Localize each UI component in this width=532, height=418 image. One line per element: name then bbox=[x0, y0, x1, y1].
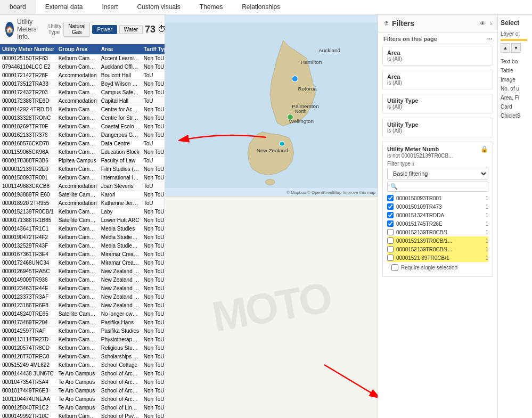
table-row[interactable]: 0000162133TR376Kelburn CampusDangerous G… bbox=[0, 131, 165, 140]
filter-item-checkbox[interactable] bbox=[387, 237, 394, 244]
table-cell: Non ToU bbox=[142, 284, 165, 293]
table-row[interactable]: 0000190472TR4F2Kelburn CampusMedia Studi… bbox=[0, 233, 165, 242]
filter-item-count: 1 bbox=[480, 255, 488, 261]
table-cell: 0000144438 3UN67C bbox=[0, 370, 56, 378]
table-cell: Te Aro Campus bbox=[56, 404, 99, 412]
table-row[interactable]: 0000172142TR28FAccommodationBoulcott Hal… bbox=[0, 71, 165, 80]
filter-eye-icon[interactable]: 👁 bbox=[480, 20, 486, 27]
select-item[interactable]: Area, Fi bbox=[501, 93, 529, 102]
table-cell: 0001047354TR5A4 bbox=[0, 378, 56, 387]
table-row[interactable]: 0000120574TR8CDKelburn CampusReligious S… bbox=[0, 344, 165, 353]
table-row[interactable]: 0000113114TR27DKelburn CampusPhysiothera… bbox=[0, 335, 165, 344]
select-item[interactable]: Card bbox=[501, 102, 529, 111]
table-cell: Scholarships Faculty of Gradu... bbox=[99, 353, 142, 361]
table-row[interactable]: 0000123373TR3AFKelburn CampusNew Zealand… bbox=[0, 293, 165, 301]
table-row[interactable]: 0000128770TREC0Kelburn CampusScholarship… bbox=[0, 353, 165, 361]
filter-type-select[interactable]: Basic filtering Advanced filtering bbox=[387, 168, 488, 179]
filter-item-checkbox[interactable] bbox=[387, 246, 394, 252]
filters-more-icon[interactable]: ··· bbox=[487, 36, 492, 42]
table-row[interactable]: 1001149683CKCB8AccommodationJoan Stevens… bbox=[0, 182, 165, 191]
table-row[interactable]: 0000126945TRABCKelburn CampusNew Zealand… bbox=[0, 267, 165, 276]
table-row[interactable]: 0000172432TR203Kelburn CampusCampus Safe… bbox=[0, 88, 165, 97]
power-button[interactable]: Power bbox=[92, 25, 117, 34]
table-row[interactable]: 000515249 4ML622Kelburn CampusSchool Cot… bbox=[0, 361, 165, 370]
filter-item[interactable]: 0000150093TR0011 bbox=[387, 194, 488, 202]
water-button[interactable]: Water bbox=[119, 25, 143, 34]
table-row[interactable]: 0000193889TR E60Satellite CampusKaroriNo… bbox=[0, 191, 165, 199]
filter-item-checkbox[interactable] bbox=[387, 203, 394, 210]
table-cell: Film Studies (BSFT) bbox=[99, 165, 142, 174]
table-row[interactable]: 0000173512TRA33Kelburn CampusBoyd Wilson… bbox=[0, 80, 165, 88]
utility-type-section: Utility Type Natural Gas Power Water 73 … bbox=[48, 22, 165, 37]
table-row[interactable]: 0000172386TRE6DAccommodationCapital Hall… bbox=[0, 97, 165, 105]
select-item[interactable]: Text bo bbox=[501, 57, 529, 66]
filter-search-input[interactable] bbox=[399, 184, 485, 190]
table-row[interactable]: 0000149009TR936Kelburn CampusNew Zealand… bbox=[0, 276, 165, 284]
filter-item[interactable]: 0000150109TR4731 bbox=[387, 202, 488, 211]
filter-item[interactable]: 0000152139TR0CB/11 bbox=[387, 228, 488, 236]
filter-item-count: 1 bbox=[480, 238, 488, 244]
table-row[interactable]: 0001017449TR6E3Te Aro CampusSchool of Ar… bbox=[0, 387, 165, 395]
filter-item-label: 0000152139TR0CB/1 bbox=[396, 230, 480, 235]
filter-item[interactable]: 0000152139TR0CB/1...1 bbox=[387, 245, 488, 253]
table-row[interactable]: 0001047354TR5A4Te Aro CampusSchool of Ar… bbox=[0, 378, 165, 387]
nav-down-button[interactable]: ▼ bbox=[511, 43, 521, 53]
table-row[interactable]: 0000125040TR1C2Te Aro CampusSchool of Li… bbox=[0, 404, 165, 412]
natural-gas-button[interactable]: Natural Gas bbox=[63, 22, 90, 37]
table-row[interactable]: 1001104474UNEAATe Aro CampusSchool of Ar… bbox=[0, 395, 165, 404]
table-row[interactable]: 0000123186TR6E8Kelburn CampusNew Zealand… bbox=[0, 301, 165, 310]
table-cell: Kelburn Campus bbox=[56, 122, 99, 131]
table-row[interactable]: 0000171386TR1B85Satellite CampusLower Hu… bbox=[0, 216, 165, 225]
table-row[interactable]: 0000142597TRAFKelburn CampusPasifika Stu… bbox=[0, 327, 165, 335]
filter-item[interactable]: 0000151745TR26E1 bbox=[387, 219, 488, 228]
filter-item[interactable]: 00001521 39TR0CB/11 bbox=[387, 253, 488, 262]
require-single-selection-checkbox[interactable] bbox=[391, 264, 398, 271]
table-cell: 0000171386TR1B85 bbox=[0, 216, 56, 225]
menu-item-themes[interactable]: Themes bbox=[190, 0, 232, 14]
filter-item-checkbox[interactable] bbox=[387, 229, 394, 235]
table-row[interactable]: 0000143641TR1C1Kelburn CampusMedia Studi… bbox=[0, 225, 165, 233]
table-row[interactable]: 0000132529TR43FKelburn CampusMedia Studi… bbox=[0, 242, 165, 250]
menu-item-relationships[interactable]: Relationships bbox=[232, 0, 290, 14]
table-row[interactable]: 0000150093TR001Kelburn CampusInternation… bbox=[0, 174, 165, 182]
menu-item-custom-visuals[interactable]: Custom visuals bbox=[127, 0, 190, 14]
table-row[interactable]: 0000144438 3UN67CTe Aro CampusSchool of … bbox=[0, 370, 165, 378]
filter-item-label: 0000152139TR0CB/1... bbox=[396, 238, 480, 244]
select-item[interactable]: ChicletS bbox=[501, 111, 529, 120]
table-row[interactable]: 0000148240TRE65Satellite CampusNo longer… bbox=[0, 310, 165, 318]
table-row[interactable]: 0000167361TR3E4Kelburn CampusMiramar Cre… bbox=[0, 250, 165, 259]
table-row[interactable]: 0000123463TR44EKelburn CampusNew Zealand… bbox=[0, 284, 165, 293]
table-row[interactable]: 0000012139TR2E0Kelburn CampusFilm Studie… bbox=[0, 165, 165, 174]
table-row[interactable]: 0000182697TR70EKelburn CampusCoastal Eco… bbox=[0, 122, 165, 131]
table-cell: School of Architecture and D... bbox=[99, 378, 142, 387]
menu-item-board[interactable]: board bbox=[0, 0, 36, 14]
table-row[interactable]: 000014292 4TRD D1Kelburn CampusCentre fo… bbox=[0, 105, 165, 114]
table-row[interactable]: 0000125150TRF83Kelburn CampusAccent Lear… bbox=[0, 54, 165, 63]
table-row[interactable]: 0000149992TR10CKelburn CampusSchool of P… bbox=[0, 412, 165, 419]
filter-item-checkbox[interactable] bbox=[387, 220, 394, 227]
select-item[interactable]: Image bbox=[501, 75, 529, 84]
filter-item-checkbox[interactable] bbox=[387, 212, 394, 218]
filter-item-checkbox[interactable] bbox=[387, 195, 394, 201]
nav-up-button[interactable]: ▲ bbox=[501, 43, 510, 53]
table-cell: 0000172386TRE6D bbox=[0, 97, 56, 105]
menu-item-insert[interactable]: Insert bbox=[92, 0, 127, 14]
map-area: Hamilton Rotorua Palmerston North Wellin… bbox=[165, 15, 378, 196]
table-row[interactable]: 0000178388TR3B6Pipitea CampusFaculty of … bbox=[0, 157, 165, 165]
table-row[interactable]: 0000152139TR0CB/1Kelburn CampusLabyNon T… bbox=[0, 208, 165, 216]
select-item[interactable]: Table bbox=[501, 66, 529, 75]
table-row[interactable]: 000018920 2TR955AccommodationKatherine J… bbox=[0, 199, 165, 208]
table-row[interactable]: 0000160576CKD78Kelburn CampusData Centre… bbox=[0, 140, 165, 148]
select-item[interactable]: No. of u bbox=[501, 84, 529, 93]
table-row[interactable]: 0794461104LCC E2Kelburn CampusAuckland O… bbox=[0, 63, 165, 71]
filter-item[interactable]: 0000151324TRDDA1 bbox=[387, 211, 488, 219]
menu-item-external-data[interactable]: External data bbox=[36, 0, 93, 14]
table-row[interactable]: 0000172468UNC34Kelburn CampusMiramar Cre… bbox=[0, 259, 165, 267]
filter-item[interactable]: 0000152139TR0CB/1...1 bbox=[387, 236, 488, 245]
require-single-selection-row: Require single selection bbox=[387, 262, 488, 273]
filter-item-checkbox[interactable] bbox=[387, 255, 394, 261]
table-row[interactable]: 0000173489TR204Kelburn CampusPasifika Ha… bbox=[0, 318, 165, 327]
table-row[interactable]: 0000133328TRONCKelburn CampusCentre for … bbox=[0, 114, 165, 122]
table-row[interactable]: 0001159065CK96AKelburn CampusEducation B… bbox=[0, 148, 165, 157]
filter-chevron-right-icon[interactable]: › bbox=[490, 20, 492, 27]
